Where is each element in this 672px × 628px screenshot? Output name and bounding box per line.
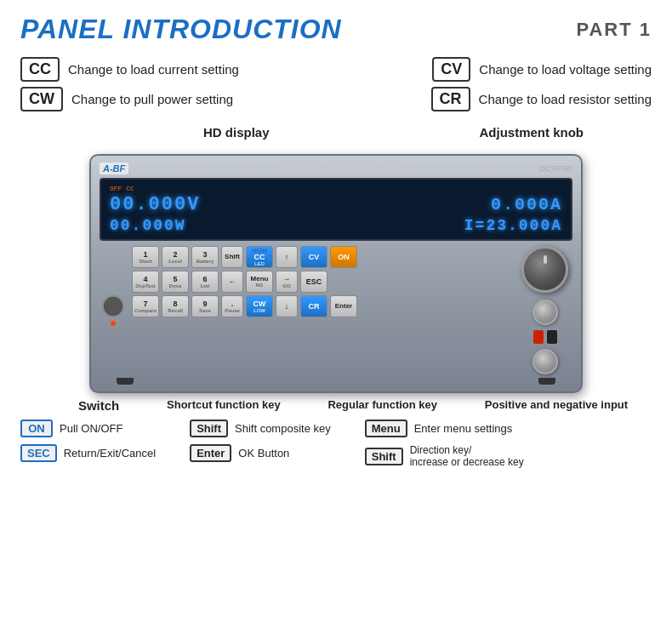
legend-on: ON Pull ON/OFF: [20, 420, 156, 437]
pos-neg-label: Positive and negative input: [485, 398, 628, 413]
hd-display-label: HD display: [203, 125, 270, 140]
key-shift[interactable]: Shift: [221, 246, 243, 268]
device-left: [100, 246, 127, 374]
legend-badge-enter: Enter: [190, 444, 231, 462]
mode-cv: CV Change to load voltage setting: [432, 57, 652, 82]
legend-shift1: Shift Shift composite key: [190, 420, 331, 437]
key-1[interactable]: 1 Short: [132, 246, 159, 268]
mode-badge-cr: CR: [431, 87, 470, 111]
knob-small-group: [532, 300, 558, 374]
power-indicator: [111, 321, 116, 326]
key-dot[interactable]: . Pause: [221, 295, 243, 317]
regular-label: Regular function key: [327, 398, 437, 413]
legend-text-menu: Enter menu settings: [414, 422, 513, 435]
device-top-bar: A-BF DC Electronic Load 150V 60A 400W DC…: [100, 163, 572, 174]
mode-badge-cv: CV: [432, 57, 470, 82]
key-menu[interactable]: Menu NG: [246, 271, 273, 293]
key-up[interactable]: ↑: [276, 246, 298, 268]
device: A-BF DC Electronic Load 150V 60A 400W DC…: [89, 154, 583, 393]
key-enter[interactable]: Enter: [330, 295, 357, 317]
key-row-2: 4 OcpTest 5 Dyna 6 List ←: [132, 271, 512, 293]
key-cw[interactable]: CW LOW: [246, 295, 273, 317]
key-right[interactable]: → GO: [276, 271, 298, 293]
lcd-status: OFF CC: [110, 185, 562, 192]
legend-text-sec: Return/Exit/Cancel: [64, 447, 156, 460]
legend-text-enter: OK Button: [238, 447, 289, 460]
key-9[interactable]: 9 Save: [191, 295, 219, 317]
switch-label: Switch: [78, 398, 119, 413]
knob-small-1[interactable]: [532, 300, 558, 325]
mode-desc-cv: Change to load voltage setting: [479, 62, 652, 77]
key-4[interactable]: 4 OcpTest: [132, 271, 159, 293]
lcd-current2: I=23.000A: [464, 217, 562, 234]
legend-text-shift2: Direction key/increase or decrease key: [410, 444, 524, 468]
keypad: 1 Short 2 Local 3 Battery Shift: [132, 246, 512, 374]
key-cv[interactable]: CV: [300, 246, 327, 268]
legend-badge-menu: Menu: [365, 420, 407, 437]
key-2[interactable]: 2 Local: [162, 246, 189, 268]
legend-sec: SEC Return/Exit/Cancel: [20, 444, 156, 462]
mode-cw: CW Change to pull power setting: [20, 87, 233, 111]
device-feet: [100, 378, 572, 385]
terminal-black: [547, 330, 557, 344]
legend-col-2: Shift Shift composite key Enter OK Butto…: [190, 420, 331, 468]
device-title: DC Electronic Load 150V 60A 400W: [135, 164, 539, 173]
legend-col-3: Menu Enter menu settings Shift Direction…: [365, 420, 524, 468]
lcd-voltage: 00.000V: [110, 194, 200, 215]
mode-desc-cw: Change to pull power setting: [71, 92, 233, 106]
key-esc[interactable]: ESC: [300, 271, 327, 293]
legend-shift2: Shift Direction key/increase or decrease…: [365, 444, 524, 468]
page: PANEL INTRODUCTION PART 1 CC Change to l…: [0, 0, 672, 628]
key-down[interactable]: ↓: [276, 295, 298, 317]
header: PANEL INTRODUCTION PART 1: [20, 14, 652, 45]
legend-badge-shift1: Shift: [190, 420, 228, 437]
shortcut-label: Shortcut function key: [167, 398, 281, 413]
legend-enter: Enter OK Button: [190, 444, 331, 462]
key-5[interactable]: 5 Dyna: [162, 271, 189, 293]
key-left[interactable]: ←: [221, 271, 243, 293]
mode-badge-cw: CW: [20, 87, 63, 111]
mode-desc-cr: Change to load resistor setting: [479, 92, 652, 106]
legend-badge-shift2: Shift: [365, 448, 403, 465]
mode-cr: CR Change to load resistor setting: [431, 87, 652, 111]
adjustment-knob-label: Adjustment knob: [480, 125, 584, 140]
above-device-labels: HD display Adjustment knob: [20, 125, 652, 151]
lcd-row2: 00.000W I=23.000A: [110, 217, 562, 234]
key-6[interactable]: 6 List: [191, 271, 219, 293]
mode-cc: CC Change to load current setting: [20, 57, 239, 82]
legend-menu: Menu Enter menu settings: [365, 420, 524, 437]
mode-desc-cc: Change to load current setting: [68, 62, 239, 77]
key-cr[interactable]: CR: [300, 295, 327, 317]
device-wrapper: A-BF DC Electronic Load 150V 60A 400W DC…: [20, 154, 652, 393]
legend-section: ON Pull ON/OFF SEC Return/Exit/Cancel Sh…: [20, 420, 652, 468]
foot-left: [117, 378, 134, 385]
foot-right: [538, 378, 555, 385]
modes-row-2: CW Change to pull power setting CR Chang…: [20, 87, 652, 111]
key-row-3: 7 Compare 8 Recall 9 Save .: [132, 295, 512, 317]
knob-large[interactable]: [521, 246, 568, 293]
key-8[interactable]: 8 Recall: [162, 295, 189, 317]
part-label: PART 1: [576, 19, 652, 41]
legend-badge-sec: SEC: [20, 444, 57, 462]
mode-badge-cc: CC: [20, 57, 60, 82]
key-3[interactable]: 3 Battery: [191, 246, 219, 268]
power-button[interactable]: [102, 295, 124, 317]
key-7[interactable]: 7 Compare: [132, 295, 159, 317]
brand-label: A-BF: [100, 163, 128, 174]
terminal-red: [533, 330, 544, 344]
modes-row-1: CC Change to load current setting CV Cha…: [20, 57, 652, 82]
legend-text-on: Pull ON/OFF: [60, 422, 122, 435]
lcd-current: 0.000A: [491, 195, 562, 214]
legend-text-shift1: Shift composite key: [235, 422, 331, 435]
lcd-power: 00.000W: [110, 217, 186, 234]
lcd-display: OFF CC 00.000V 0.000A 00.000W I=23.000A: [100, 178, 572, 241]
below-device-labels: Switch Shortcut function key Regular fun…: [20, 398, 652, 413]
key-on[interactable]: ON: [330, 246, 357, 268]
device-right: [517, 246, 572, 374]
key-cc[interactable]: HIGH CC LED: [246, 246, 273, 268]
main-title: PANEL INTRODUCTION: [20, 14, 342, 45]
model-label: DCT8760: [539, 164, 572, 173]
lcd-row1: 00.000V 0.000A: [110, 194, 562, 215]
terminal-group: [533, 330, 557, 344]
knob-small-2[interactable]: [532, 349, 558, 374]
